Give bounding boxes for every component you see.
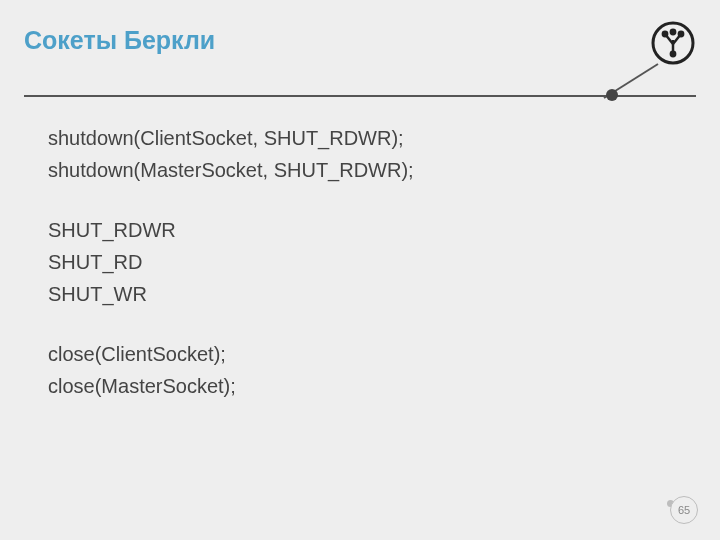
code-block: shutdown(ClientSocket, SHUT_RDWR); shutd… bbox=[48, 128, 414, 408]
code-line: SHUT_RD bbox=[48, 252, 414, 272]
horizontal-rule bbox=[24, 95, 696, 97]
blank-line bbox=[48, 316, 414, 344]
svg-point-4 bbox=[670, 51, 677, 58]
svg-point-5 bbox=[662, 31, 669, 38]
code-line: SHUT_RDWR bbox=[48, 220, 414, 240]
rule-node-icon bbox=[606, 89, 618, 101]
code-line: shutdown(ClientSocket, SHUT_RDWR); bbox=[48, 128, 414, 148]
svg-point-6 bbox=[670, 29, 677, 36]
slide-title: Сокеты Беркли bbox=[24, 26, 215, 55]
code-line: close(ClientSocket); bbox=[48, 344, 414, 364]
svg-point-7 bbox=[678, 31, 685, 38]
page-number: 65 bbox=[678, 504, 690, 516]
slide: Сокеты Беркли shutdown(ClientSocket, SHU… bbox=[0, 0, 720, 540]
blank-line bbox=[48, 192, 414, 220]
branch-icon bbox=[650, 20, 696, 66]
code-line: close(MasterSocket); bbox=[48, 376, 414, 396]
code-line: shutdown(MasterSocket, SHUT_RDWR); bbox=[48, 160, 414, 180]
code-line: SHUT_WR bbox=[48, 284, 414, 304]
page-number-badge: 65 bbox=[670, 496, 698, 524]
